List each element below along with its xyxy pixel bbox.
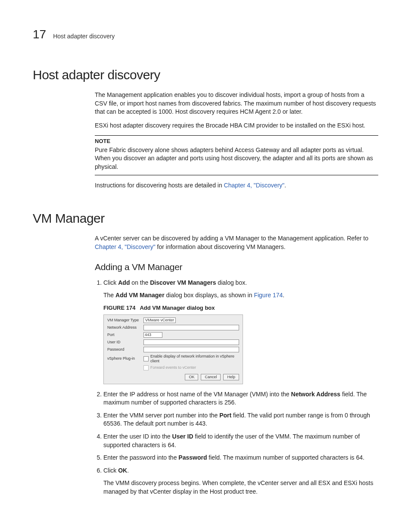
- text: Click: [103, 279, 118, 286]
- link-chapter-discovery[interactable]: Chapter 4, "Discovery": [95, 243, 156, 250]
- text: Enter the IP address or host name of the…: [103, 391, 291, 398]
- paragraph: A vCenter server can be discovered by ad…: [95, 234, 378, 251]
- text: Click: [103, 467, 118, 474]
- vm-manager-type-field[interactable]: VMware vCenter: [143, 317, 176, 323]
- ok-button[interactable]: OK: [185, 374, 198, 380]
- step-5: Enter the password into the Password fie…: [103, 454, 378, 462]
- port-field[interactable]: 443: [143, 332, 162, 338]
- breadcrumb: Host adapter discovery: [53, 32, 115, 41]
- paragraph: The Add VM Manager dialog box displays, …: [103, 291, 378, 300]
- label-vm-manager-type: VM Manager Type: [107, 318, 141, 323]
- text-bold: Discover VM Managers: [150, 279, 216, 286]
- step-1: Click Add on the Discover VM Managers di…: [103, 279, 378, 384]
- password-field[interactable]: [143, 347, 239, 352]
- user-id-field[interactable]: [143, 339, 239, 345]
- note-body: Pure Fabric discovery alone shows adapte…: [95, 146, 378, 171]
- text-bold: Port: [219, 412, 231, 419]
- step-3: Enter the VMM server port number into th…: [103, 411, 378, 428]
- text: field. The maximum number of supported c…: [207, 454, 364, 461]
- paragraph: The VMM discovery process begins. When c…: [103, 479, 378, 496]
- note-box: NOTE Pure Fabric discovery alone shows a…: [95, 135, 378, 175]
- label-port: Port: [107, 333, 141, 337]
- cancel-button[interactable]: Cancel: [201, 374, 221, 380]
- text: for information about discovering VM Man…: [156, 243, 286, 250]
- text: dialog box.: [216, 279, 247, 286]
- help-button[interactable]: Help: [223, 374, 239, 380]
- text: .: [283, 292, 284, 299]
- chapter-number: 17: [33, 26, 46, 43]
- enable-display-checkbox[interactable]: [143, 356, 149, 361]
- subsection-title-adding-vm-manager: Adding a VM Manager: [95, 261, 378, 273]
- label-vsphere-plugin: vSphere Plug-in: [107, 356, 141, 361]
- link-chapter-discovery[interactable]: Chapter 4, "Discovery": [224, 182, 285, 189]
- text-bold: Add: [118, 279, 130, 286]
- text: on the: [130, 279, 150, 286]
- paragraph: The Management application enables you t…: [95, 91, 378, 116]
- page-header: 17 Host adapter discovery: [33, 26, 378, 43]
- text-bold: Add VM Manager: [115, 292, 165, 299]
- enable-display-label: Enable display of network information in…: [150, 354, 239, 364]
- text-bold: Network Address: [291, 391, 341, 398]
- network-address-field[interactable]: [143, 325, 239, 330]
- text-bold: OK: [118, 467, 127, 474]
- label-user-id: User ID: [107, 340, 141, 345]
- text: The: [103, 292, 115, 299]
- text: .: [127, 467, 129, 474]
- text-bold: Password: [178, 454, 207, 461]
- paragraph: Instructions for discovering hosts are d…: [95, 181, 378, 190]
- paragraph: ESXi host adapter discovery requires the…: [95, 121, 378, 130]
- text: Instructions for discovering hosts are d…: [95, 182, 224, 189]
- figure-caption: FIGURE 174Add VM Manager dialog box: [103, 304, 378, 312]
- text: Enter the VMM server port number into th…: [103, 412, 219, 419]
- note-label: NOTE: [95, 137, 378, 145]
- section-title-vm-manager: VM Manager: [33, 209, 378, 227]
- text: .: [284, 182, 286, 189]
- step-2: Enter the IP address or host name of the…: [103, 390, 378, 407]
- text: dialog box displays, as shown in: [165, 292, 254, 299]
- text: A vCenter server can be discovered by ad…: [95, 235, 368, 242]
- text: Enter the password into the: [103, 454, 178, 461]
- forward-events-label: Forward events to vCenter: [150, 365, 196, 370]
- text-bold: User ID: [172, 433, 193, 440]
- figure-number: FIGURE 174: [103, 305, 135, 311]
- link-figure-174[interactable]: Figure 174: [254, 292, 283, 299]
- steps-list: Click Add on the Discover VM Managers di…: [95, 279, 378, 496]
- step-6: Click OK. The VMM discovery process begi…: [103, 467, 378, 496]
- label-network-address: Network Address: [107, 325, 141, 330]
- figure-title: Add VM Manager dialog box: [140, 305, 215, 311]
- text: Enter the user ID into the: [103, 433, 172, 440]
- section-title-host-adapter: Host adapter discovery: [33, 66, 378, 84]
- add-vm-manager-dialog: VM Manager Type VMware vCenter Network A…: [103, 314, 243, 384]
- step-4: Enter the user ID into the User ID field…: [103, 432, 378, 449]
- label-password: Password: [107, 347, 141, 352]
- forward-events-checkbox[interactable]: [143, 365, 149, 370]
